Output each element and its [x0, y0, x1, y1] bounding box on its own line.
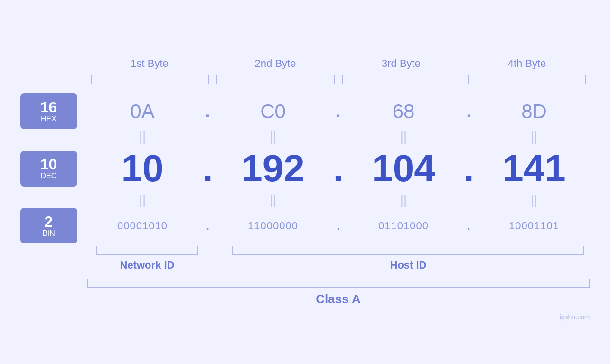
bin-byte-2: 11000000	[217, 220, 329, 232]
bracket-2	[216, 75, 335, 84]
class-a-bracket	[87, 279, 590, 288]
bin-badge: 2 BIN	[20, 208, 77, 243]
eq-3: ||	[348, 129, 460, 144]
byte-header-4: 4th Byte	[464, 57, 590, 70]
dot-1: .	[198, 102, 217, 121]
eq2-2: ||	[217, 193, 329, 208]
eq-1: ||	[87, 129, 198, 144]
byte-header-2: 2nd Byte	[213, 57, 338, 70]
bracket-1	[91, 75, 209, 84]
network-id-wrap: Network ID	[87, 246, 208, 271]
eq2-4: ||	[479, 193, 590, 208]
dec-byte-2: 192	[217, 147, 329, 190]
dec-row: 10 DEC 10 . 192 . 104 . 141	[20, 147, 590, 190]
byte-header-1: 1st Byte	[87, 57, 213, 70]
equals-row-2: || || || ||	[87, 193, 590, 208]
hex-byte-4: 8D	[479, 100, 590, 123]
dec-badge-number: 10	[40, 157, 57, 172]
eq2-3: ||	[348, 193, 460, 208]
hex-byte-2: C0	[217, 100, 329, 123]
hex-row: 16 HEX 0A . C0 . 68 . 8D	[20, 93, 590, 129]
network-host-brackets: Network ID Host ID	[87, 246, 590, 271]
dec-dot-3: .	[460, 147, 479, 190]
host-id-label: Host ID	[390, 259, 427, 271]
class-a-label: Class A	[87, 292, 590, 307]
host-id-bracket	[232, 246, 584, 255]
top-brackets	[87, 75, 590, 84]
bin-dot-1: .	[198, 219, 217, 233]
bin-byte-3: 01101000	[348, 220, 460, 232]
bin-values: 00001010 . 11000000 . 01101000 . 1000110…	[87, 219, 590, 233]
dec-badge-label: DEC	[41, 172, 57, 180]
byte-header-3: 3rd Byte	[338, 57, 464, 70]
dot-3: .	[460, 102, 479, 121]
eq-2: ||	[217, 129, 329, 144]
hex-values: 0A . C0 . 68 . 8D	[87, 100, 590, 123]
dec-byte-4: 141	[479, 147, 590, 190]
dec-byte-3: 104	[348, 147, 460, 190]
hex-byte-1: 0A	[87, 100, 198, 123]
eq2-1: ||	[87, 193, 198, 208]
dec-badge: 10 DEC	[20, 151, 77, 187]
bin-byte-4: 10001101	[479, 220, 590, 232]
hex-badge-number: 16	[40, 100, 57, 115]
dec-byte-1: 10	[87, 147, 198, 190]
equals-row-1: || || || ||	[87, 129, 590, 144]
network-id-bracket	[96, 246, 199, 255]
watermark: ipshu.com	[560, 313, 590, 321]
dec-dot-1: .	[198, 147, 217, 190]
dot-2: .	[329, 102, 348, 121]
byte-headers-row: 1st Byte 2nd Byte 3rd Byte 4th Byte	[87, 57, 590, 70]
eq-4: ||	[479, 129, 590, 144]
bin-byte-1: 00001010	[87, 220, 198, 232]
network-host-section: Network ID Host ID	[87, 246, 590, 271]
host-id-wrap: Host ID	[227, 246, 590, 271]
bin-badge-number: 2	[45, 214, 53, 229]
dec-dot-2: .	[329, 147, 348, 190]
hex-badge: 16 HEX	[20, 93, 77, 129]
class-a-section: Class A	[87, 279, 590, 307]
bin-badge-label: BIN	[42, 229, 55, 238]
hex-byte-3: 68	[348, 100, 460, 123]
bin-dot-2: .	[329, 219, 348, 233]
dec-values: 10 . 192 . 104 . 141	[87, 147, 590, 190]
bin-row: 2 BIN 00001010 . 11000000 . 01101000 . 1…	[20, 208, 590, 243]
bin-dot-3: .	[460, 219, 479, 233]
bracket-4	[468, 75, 586, 84]
network-id-label: Network ID	[120, 259, 175, 271]
hex-badge-label: HEX	[41, 115, 56, 123]
bracket-3	[342, 75, 460, 84]
